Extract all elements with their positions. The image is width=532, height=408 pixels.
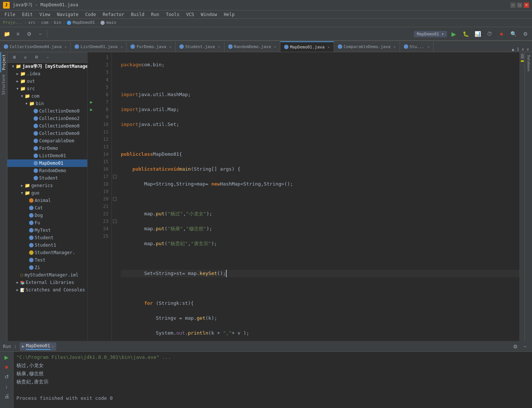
- tab-close-randomdemo[interactable]: ✕: [274, 45, 276, 49]
- tree-studentmanager[interactable]: ▶ StudentManager.: [7, 249, 87, 256]
- breadcrumb-src[interactable]: src: [28, 20, 36, 25]
- tree-animal[interactable]: ▶ Animal: [7, 197, 87, 204]
- project-tool-btn2[interactable]: ≡: [20, 52, 31, 63]
- run-config-selector[interactable]: MapDemo01 ▾: [414, 31, 447, 37]
- tab-close-listdemo01[interactable]: ✕: [120, 45, 123, 49]
- search-everywhere-button[interactable]: 🔍: [508, 29, 519, 39]
- profile-button[interactable]: ⏱: [484, 29, 495, 39]
- menu-edit[interactable]: Edit: [19, 11, 36, 18]
- stop-run-btn[interactable]: ■: [3, 363, 11, 371]
- tree-mapdemo01[interactable]: ▶ MapDemo01: [7, 159, 87, 167]
- fold-17[interactable]: -: [112, 173, 118, 180]
- tree-student2[interactable]: ▶ Student: [7, 234, 87, 241]
- settings-btn[interactable]: ⚙: [24, 29, 34, 39]
- menu-build[interactable]: Build: [128, 11, 147, 18]
- breadcrumb-class[interactable]: ⬤: [67, 20, 71, 25]
- tree-scratches[interactable]: ▶ 📝 Scratches and Consoles: [7, 286, 87, 294]
- tree-collectiondemo1[interactable]: ▶ CollectionDemo0: [7, 107, 87, 115]
- structure-btn[interactable]: ≡: [13, 29, 23, 39]
- breadcrumb-method[interactable]: ⬤: [100, 20, 105, 25]
- tab-student[interactable]: Student.java ✕: [176, 41, 224, 52]
- tree-fordemo[interactable]: ▶ ForDemo: [7, 145, 87, 152]
- fold-23[interactable]: -: [112, 218, 118, 225]
- code-content[interactable]: package com.bin; import java.util.HashMa…: [118, 52, 519, 341]
- breadcrumb-main[interactable]: main: [106, 20, 116, 25]
- run-again-btn[interactable]: ▶: [3, 353, 11, 361]
- settings-gear-button[interactable]: ⚙: [520, 29, 531, 39]
- tree-student1[interactable]: ▶ Student1: [7, 241, 87, 249]
- menu-help[interactable]: Help: [221, 11, 237, 18]
- tab-comparabledemo[interactable]: ComparableDemo.java ✕: [334, 41, 400, 52]
- tree-out[interactable]: ▶ 📁 out: [7, 78, 87, 85]
- run-arrow-8[interactable]: ▶: [90, 106, 92, 113]
- run-tab[interactable]: ▶ MapDemo01 ✕: [20, 342, 56, 351]
- tab-close-mapdemo01[interactable]: ✕: [328, 45, 330, 49]
- breadcrumb-project[interactable]: Proje...: [3, 20, 23, 25]
- scroll-end-btn[interactable]: ↓: [3, 382, 11, 390]
- tree-collectiondemo2[interactable]: ▶ CollectionDemo2: [7, 115, 87, 122]
- debug-button[interactable]: 🐛: [460, 29, 471, 39]
- run-button[interactable]: ▶: [448, 29, 459, 39]
- tree-dog[interactable]: ▶ Dog: [7, 212, 87, 219]
- print-btn[interactable]: 🖨: [3, 392, 11, 400]
- tree-student[interactable]: ▶ Student: [7, 174, 87, 182]
- tree-zi[interactable]: ▶ Zi: [7, 264, 87, 271]
- breadcrumb-com[interactable]: com: [41, 20, 48, 25]
- tree-mytest[interactable]: ▶ MyTest: [7, 227, 87, 234]
- menu-navigate[interactable]: Navigate: [54, 11, 82, 18]
- coverage-button[interactable]: 📊: [472, 29, 483, 39]
- menu-view[interactable]: View: [37, 11, 53, 18]
- tab-close-collectiondemo04[interactable]: ✕: [64, 45, 67, 49]
- project-tool-btn1[interactable]: ≣: [9, 52, 19, 63]
- tree-src[interactable]: ▼ 📁 src: [7, 85, 87, 92]
- breadcrumb-bin[interactable]: bin: [54, 20, 62, 25]
- tree-comparabledemo[interactable]: ▶ ComparableDem: [7, 137, 87, 145]
- scrollbar-thumb[interactable]: [521, 54, 524, 59]
- tree-listdemo01[interactable]: ▶ ListDemo01: [7, 152, 87, 159]
- tree-root[interactable]: ▼ 📁 java学习 [myStudentManage: [7, 63, 87, 70]
- run-tab-close[interactable]: ✕: [52, 344, 54, 348]
- tree-randomdemo[interactable]: ▶ RandomDemo: [7, 167, 87, 174]
- project-tool-btn4[interactable]: −: [43, 52, 53, 63]
- tree-guo[interactable]: ▼ 📁 guo: [7, 189, 87, 197]
- project-tool-btn3[interactable]: ⚙: [31, 52, 42, 63]
- vtab-project[interactable]: Project: [0, 52, 7, 72]
- tree-collectiondemo3[interactable]: ▶ CollectionDemo0: [7, 122, 87, 130]
- tab-fordemo[interactable]: ForDemo.java ✕: [127, 41, 176, 52]
- tree-fu[interactable]: ▶ Fu: [7, 219, 87, 227]
- menu-tools[interactable]: Tools: [163, 11, 182, 18]
- tree-idea[interactable]: ▶ 📁 .idea: [7, 70, 87, 78]
- hide-btn[interactable]: −: [35, 29, 45, 39]
- right-sidebar-database[interactable]: Database: [527, 54, 531, 73]
- tab-close-stu[interactable]: ✕: [427, 45, 429, 49]
- tree-external-libs[interactable]: ▶ 📚 External Libraries: [7, 279, 87, 286]
- menu-code[interactable]: Code: [82, 11, 99, 18]
- menu-vcs[interactable]: VCS: [183, 11, 197, 18]
- maximize-button[interactable]: □: [517, 3, 522, 8]
- tree-test[interactable]: ▶ Test: [7, 256, 87, 264]
- menu-window[interactable]: Window: [198, 11, 220, 18]
- rerun-btn[interactable]: ↺: [3, 373, 11, 381]
- tree-collectiondemo4[interactable]: ▶ CollectionDemo0: [7, 130, 87, 137]
- scrollbar-area[interactable]: [519, 52, 525, 341]
- tab-collectiondemo04[interactable]: CollectionDemo04.java ✕: [0, 41, 71, 52]
- tab-close-fordemo[interactable]: ✕: [169, 45, 171, 49]
- project-icon-btn[interactable]: 📁: [1, 29, 12, 39]
- vtab-structure[interactable]: Structure: [1, 72, 6, 97]
- stop-button[interactable]: ■: [496, 29, 507, 39]
- menu-run[interactable]: Run: [148, 11, 162, 18]
- minimize-button[interactable]: −: [510, 3, 516, 8]
- menu-file[interactable]: File: [1, 11, 18, 18]
- tree-iml[interactable]: ▶ ⬡ myStudentManager.iml: [7, 271, 87, 279]
- run-arrow-7[interactable]: ▶: [90, 98, 92, 106]
- tree-cat[interactable]: ▶ Cat: [7, 204, 87, 212]
- tab-close-comparabledemo[interactable]: ✕: [393, 45, 396, 49]
- tab-mapdemo01[interactable]: MapDemo01.java ✕: [280, 41, 334, 52]
- tree-generics[interactable]: ▶ 📁 generics: [7, 182, 87, 189]
- fold-20[interactable]: -: [112, 195, 118, 203]
- breadcrumb-mapdemo01[interactable]: MapDemo01: [73, 20, 95, 25]
- tab-close-student[interactable]: ✕: [218, 45, 220, 49]
- tab-stu[interactable]: Stu... ✕: [400, 41, 434, 52]
- close-btn-bottom[interactable]: −: [521, 342, 529, 351]
- tab-listdemo01[interactable]: ListDemo01.java ✕: [71, 41, 127, 52]
